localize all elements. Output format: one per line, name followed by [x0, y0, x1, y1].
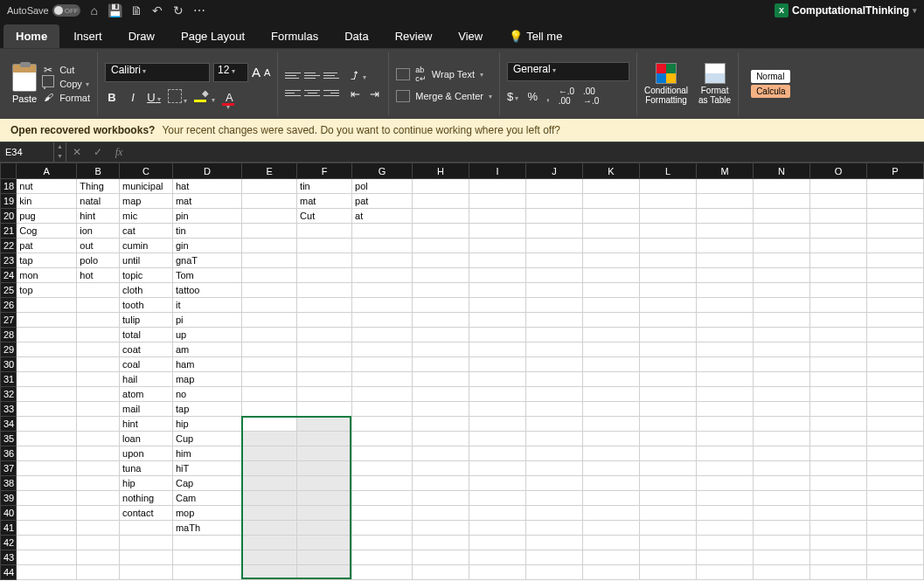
cell-C18[interactable]: municipal [120, 179, 173, 194]
cell-K43[interactable] [583, 550, 640, 565]
cell-M40[interactable] [697, 506, 754, 521]
cell-B32[interactable] [77, 387, 120, 402]
cell-A21[interactable]: Cog [17, 224, 77, 239]
cell-A18[interactable]: nut [17, 179, 77, 194]
enter-formula-button[interactable]: ✓ [87, 146, 108, 158]
namebox-spinner[interactable]: ▲▼ [54, 142, 66, 162]
cell-P30[interactable] [866, 357, 923, 372]
cell-N25[interactable] [753, 283, 809, 298]
tab-draw[interactable]: Draw [116, 24, 167, 48]
cell-B39[interactable] [77, 491, 120, 506]
cell-M26[interactable] [697, 298, 754, 313]
cell-L21[interactable] [640, 224, 697, 239]
cell-J31[interactable] [526, 372, 583, 387]
cell-E23[interactable] [242, 253, 297, 268]
cell-H27[interactable] [413, 313, 469, 328]
cell-P33[interactable] [866, 402, 923, 417]
cell-H20[interactable] [413, 209, 469, 224]
cell-L44[interactable] [640, 565, 697, 580]
cell-N34[interactable] [753, 417, 809, 432]
cell-K31[interactable] [583, 372, 640, 387]
cell-C23[interactable]: until [120, 253, 173, 268]
cell-H41[interactable] [413, 521, 469, 536]
cell-E30[interactable] [242, 357, 297, 372]
cell-E42[interactable] [242, 536, 297, 550]
cell-F26[interactable] [297, 298, 352, 313]
cell-C31[interactable]: hail [120, 372, 173, 387]
cell-O42[interactable] [809, 536, 866, 550]
cell-H31[interactable] [413, 372, 469, 387]
cell-N32[interactable] [753, 387, 809, 402]
cell-P44[interactable] [866, 565, 923, 580]
cell-A35[interactable] [17, 432, 77, 446]
cell-E29[interactable] [242, 342, 297, 357]
cell-H18[interactable] [413, 179, 469, 194]
cell-O38[interactable] [809, 476, 866, 491]
cell-J32[interactable] [526, 387, 583, 402]
cell-N20[interactable] [753, 209, 809, 224]
cell-G25[interactable] [352, 283, 413, 298]
cell-H26[interactable] [413, 298, 469, 313]
cell-B40[interactable] [77, 506, 120, 521]
cell-P40[interactable] [866, 506, 923, 521]
cell-O43[interactable] [809, 550, 866, 565]
font-size-select[interactable]: 12 [213, 63, 248, 82]
cell-F42[interactable] [297, 536, 352, 550]
cell-F23[interactable] [297, 253, 352, 268]
row-header-35[interactable]: 35 [1, 432, 17, 446]
cell-J20[interactable] [526, 209, 583, 224]
cell-M20[interactable] [697, 209, 754, 224]
cell-M30[interactable] [697, 357, 754, 372]
column-header-I[interactable]: I [469, 163, 526, 179]
cell-E38[interactable] [242, 476, 297, 491]
cell-J39[interactable] [526, 491, 583, 506]
cell-I28[interactable] [469, 328, 526, 342]
cell-O41[interactable] [809, 521, 866, 536]
tab-home[interactable]: Home [3, 24, 59, 48]
cell-H35[interactable] [413, 432, 469, 446]
cell-G39[interactable] [352, 491, 413, 506]
undo-icon[interactable]: ↶ [150, 3, 164, 17]
cell-I35[interactable] [469, 432, 526, 446]
cell-D18[interactable]: hat [172, 179, 241, 194]
cell-O26[interactable] [809, 298, 866, 313]
cell-P43[interactable] [866, 550, 923, 565]
cell-P41[interactable] [866, 521, 923, 536]
cell-H37[interactable] [413, 461, 469, 476]
cell-N41[interactable] [753, 521, 809, 536]
row-header-43[interactable]: 43 [1, 550, 17, 565]
cell-F40[interactable] [297, 506, 352, 521]
cell-B22[interactable]: out [77, 239, 120, 253]
cell-F25[interactable] [297, 283, 352, 298]
column-header-P[interactable]: P [866, 163, 923, 179]
cell-L18[interactable] [640, 179, 697, 194]
cell-H39[interactable] [413, 491, 469, 506]
cell-B43[interactable] [77, 550, 120, 565]
align-top-button[interactable] [285, 69, 301, 81]
cell-C22[interactable]: cumin [120, 239, 173, 253]
cell-N40[interactable] [753, 506, 809, 521]
cell-C29[interactable]: coat [120, 342, 173, 357]
cell-D44[interactable] [172, 565, 241, 580]
cell-D24[interactable]: Tom [172, 268, 241, 283]
row-header-41[interactable]: 41 [1, 521, 17, 536]
cell-I32[interactable] [469, 387, 526, 402]
cell-N37[interactable] [753, 461, 809, 476]
cell-C24[interactable]: topic [120, 268, 173, 283]
cell-N18[interactable] [753, 179, 809, 194]
cell-M23[interactable] [697, 253, 754, 268]
tell-me[interactable]: 💡 Tell me [497, 24, 574, 48]
row-header-29[interactable]: 29 [1, 342, 17, 357]
cell-K44[interactable] [583, 565, 640, 580]
cell-C32[interactable]: atom [120, 387, 173, 402]
cell-O36[interactable] [809, 446, 866, 461]
cell-I26[interactable] [469, 298, 526, 313]
cell-D40[interactable]: mop [172, 506, 241, 521]
fx-button[interactable]: fx [108, 146, 129, 159]
cell-A29[interactable] [17, 342, 77, 357]
cell-I38[interactable] [469, 476, 526, 491]
cell-F34[interactable] [297, 417, 352, 432]
cell-O34[interactable] [809, 417, 866, 432]
cell-M36[interactable] [697, 446, 754, 461]
cell-K18[interactable] [583, 179, 640, 194]
